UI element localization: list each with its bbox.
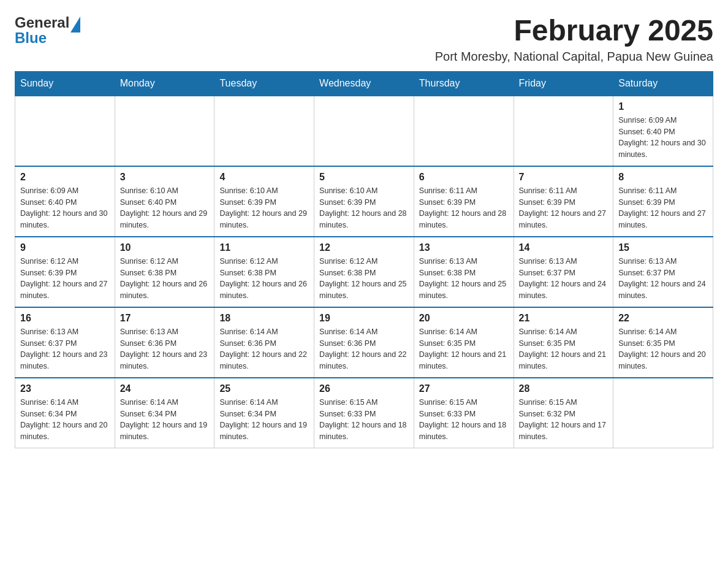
calendar-cell-w3-d7: 15Sunrise: 6:13 AMSunset: 6:37 PMDayligh… — [613, 237, 713, 307]
day-info: Sunrise: 6:13 AMSunset: 6:37 PMDaylight:… — [519, 256, 609, 302]
calendar-week-2: 2Sunrise: 6:09 AMSunset: 6:40 PMDaylight… — [15, 166, 713, 237]
calendar-cell-w2-d4: 5Sunrise: 6:10 AMSunset: 6:39 PMDaylight… — [314, 166, 414, 237]
day-number: 16 — [20, 313, 110, 324]
day-number: 10 — [120, 242, 210, 253]
day-info: Sunrise: 6:14 AMSunset: 6:36 PMDaylight:… — [219, 326, 309, 372]
calendar-cell-w4-d6: 21Sunrise: 6:14 AMSunset: 6:35 PMDayligh… — [514, 307, 613, 378]
header-monday: Monday — [115, 71, 214, 96]
day-info: Sunrise: 6:09 AMSunset: 6:40 PMDaylight:… — [20, 185, 110, 231]
day-number: 24 — [120, 383, 210, 394]
calendar-cell-w5-d5: 27Sunrise: 6:15 AMSunset: 6:33 PMDayligh… — [414, 378, 514, 448]
header-tuesday: Tuesday — [214, 71, 314, 96]
day-info: Sunrise: 6:15 AMSunset: 6:33 PMDaylight:… — [319, 397, 409, 443]
day-info: Sunrise: 6:11 AMSunset: 6:39 PMDaylight:… — [519, 185, 609, 231]
calendar-cell-w2-d5: 6Sunrise: 6:11 AMSunset: 6:39 PMDaylight… — [414, 166, 514, 237]
day-number: 26 — [319, 383, 409, 394]
day-info: Sunrise: 6:14 AMSunset: 6:35 PMDaylight:… — [419, 326, 509, 372]
calendar-header-row: Sunday Monday Tuesday Wednesday Thursday… — [15, 71, 713, 96]
day-info: Sunrise: 6:13 AMSunset: 6:38 PMDaylight:… — [419, 256, 509, 302]
day-number: 1 — [618, 101, 708, 112]
header-saturday: Saturday — [613, 71, 713, 96]
day-number: 28 — [519, 383, 609, 394]
day-info: Sunrise: 6:12 AMSunset: 6:38 PMDaylight:… — [120, 256, 210, 302]
day-number: 8 — [618, 172, 708, 183]
day-number: 15 — [618, 242, 708, 253]
page-header: General Blue February 2025 Port Moresby,… — [15, 15, 713, 64]
day-info: Sunrise: 6:14 AMSunset: 6:36 PMDaylight:… — [319, 326, 409, 372]
day-number: 17 — [120, 313, 210, 324]
day-info: Sunrise: 6:15 AMSunset: 6:33 PMDaylight:… — [419, 397, 509, 443]
calendar-cell-w4-d4: 19Sunrise: 6:14 AMSunset: 6:36 PMDayligh… — [314, 307, 414, 378]
header-sunday: Sunday — [15, 71, 115, 96]
day-number: 2 — [20, 172, 110, 183]
day-number: 25 — [219, 383, 309, 394]
day-number: 11 — [219, 242, 309, 253]
day-info: Sunrise: 6:11 AMSunset: 6:39 PMDaylight:… — [618, 185, 708, 231]
calendar-cell-w5-d3: 25Sunrise: 6:14 AMSunset: 6:34 PMDayligh… — [214, 378, 314, 448]
calendar-cell-w4-d3: 18Sunrise: 6:14 AMSunset: 6:36 PMDayligh… — [214, 307, 314, 378]
calendar-cell-w1-d2 — [115, 96, 214, 166]
calendar-cell-w2-d2: 3Sunrise: 6:10 AMSunset: 6:40 PMDaylight… — [115, 166, 214, 237]
calendar-cell-w5-d6: 28Sunrise: 6:15 AMSunset: 6:32 PMDayligh… — [514, 378, 613, 448]
day-info: Sunrise: 6:10 AMSunset: 6:40 PMDaylight:… — [120, 185, 210, 231]
day-number: 5 — [319, 172, 409, 183]
calendar-cell-w1-d5 — [414, 96, 514, 166]
calendar-cell-w1-d1 — [15, 96, 115, 166]
day-number: 23 — [20, 383, 110, 394]
day-info: Sunrise: 6:12 AMSunset: 6:39 PMDaylight:… — [20, 256, 110, 302]
day-number: 21 — [519, 313, 609, 324]
day-info: Sunrise: 6:14 AMSunset: 6:34 PMDaylight:… — [219, 397, 309, 443]
day-number: 4 — [219, 172, 309, 183]
day-number: 6 — [419, 172, 509, 183]
calendar-cell-w3-d2: 10Sunrise: 6:12 AMSunset: 6:38 PMDayligh… — [115, 237, 214, 307]
header-thursday: Thursday — [414, 71, 514, 96]
calendar-cell-w2-d7: 8Sunrise: 6:11 AMSunset: 6:39 PMDaylight… — [613, 166, 713, 237]
day-number: 20 — [419, 313, 509, 324]
calendar-cell-w1-d7: 1Sunrise: 6:09 AMSunset: 6:40 PMDaylight… — [613, 96, 713, 166]
calendar-cell-w3-d4: 12Sunrise: 6:12 AMSunset: 6:38 PMDayligh… — [314, 237, 414, 307]
calendar-cell-w3-d5: 13Sunrise: 6:13 AMSunset: 6:38 PMDayligh… — [414, 237, 514, 307]
calendar-week-3: 9Sunrise: 6:12 AMSunset: 6:39 PMDaylight… — [15, 237, 713, 307]
calendar-week-5: 23Sunrise: 6:14 AMSunset: 6:34 PMDayligh… — [15, 378, 713, 448]
calendar-cell-w1-d3 — [214, 96, 314, 166]
day-number: 18 — [219, 313, 309, 324]
day-number: 7 — [519, 172, 609, 183]
day-number: 13 — [419, 242, 509, 253]
day-info: Sunrise: 6:09 AMSunset: 6:40 PMDaylight:… — [618, 115, 708, 161]
day-number: 3 — [120, 172, 210, 183]
logo-arrow-icon — [70, 17, 80, 33]
day-info: Sunrise: 6:15 AMSunset: 6:32 PMDaylight:… — [519, 397, 609, 443]
calendar-cell-w4-d2: 17Sunrise: 6:13 AMSunset: 6:36 PMDayligh… — [115, 307, 214, 378]
calendar-week-4: 16Sunrise: 6:13 AMSunset: 6:37 PMDayligh… — [15, 307, 713, 378]
day-info: Sunrise: 6:14 AMSunset: 6:35 PMDaylight:… — [618, 326, 708, 372]
calendar-cell-w1-d4 — [314, 96, 414, 166]
day-number: 14 — [519, 242, 609, 253]
day-info: Sunrise: 6:10 AMSunset: 6:39 PMDaylight:… — [319, 185, 409, 231]
day-info: Sunrise: 6:11 AMSunset: 6:39 PMDaylight:… — [419, 185, 509, 231]
logo: General Blue — [15, 15, 82, 45]
header-friday: Friday — [514, 71, 613, 96]
day-info: Sunrise: 6:12 AMSunset: 6:38 PMDaylight:… — [219, 256, 309, 302]
day-number: 19 — [319, 313, 409, 324]
page-title: February 2025 — [435, 15, 713, 47]
day-info: Sunrise: 6:14 AMSunset: 6:35 PMDaylight:… — [519, 326, 609, 372]
calendar-cell-w2-d3: 4Sunrise: 6:10 AMSunset: 6:39 PMDaylight… — [214, 166, 314, 237]
calendar-table: Sunday Monday Tuesday Wednesday Thursday… — [15, 71, 713, 448]
day-info: Sunrise: 6:13 AMSunset: 6:37 PMDaylight:… — [618, 256, 708, 302]
calendar-cell-w4-d5: 20Sunrise: 6:14 AMSunset: 6:35 PMDayligh… — [414, 307, 514, 378]
day-info: Sunrise: 6:14 AMSunset: 6:34 PMDaylight:… — [120, 397, 210, 443]
day-info: Sunrise: 6:14 AMSunset: 6:34 PMDaylight:… — [20, 397, 110, 443]
logo-general-text: General — [15, 15, 69, 30]
calendar-cell-w5-d2: 24Sunrise: 6:14 AMSunset: 6:34 PMDayligh… — [115, 378, 214, 448]
day-info: Sunrise: 6:13 AMSunset: 6:36 PMDaylight:… — [120, 326, 210, 372]
calendar-cell-w2-d1: 2Sunrise: 6:09 AMSunset: 6:40 PMDaylight… — [15, 166, 115, 237]
day-info: Sunrise: 6:10 AMSunset: 6:39 PMDaylight:… — [219, 185, 309, 231]
calendar-cell-w5-d1: 23Sunrise: 6:14 AMSunset: 6:34 PMDayligh… — [15, 378, 115, 448]
title-section: February 2025 Port Moresby, National Cap… — [435, 15, 713, 64]
calendar-cell-w4-d1: 16Sunrise: 6:13 AMSunset: 6:37 PMDayligh… — [15, 307, 115, 378]
day-number: 12 — [319, 242, 409, 253]
day-number: 27 — [419, 383, 509, 394]
page-subtitle: Port Moresby, National Capital, Papua Ne… — [435, 50, 713, 64]
calendar-cell-w4-d7: 22Sunrise: 6:14 AMSunset: 6:35 PMDayligh… — [613, 307, 713, 378]
header-wednesday: Wednesday — [314, 71, 414, 96]
